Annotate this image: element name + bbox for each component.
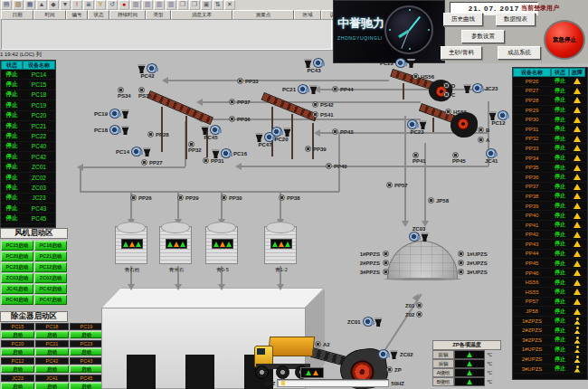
equipment-PC42[interactable]: PC42 [138, 63, 157, 79]
device-row[interactable]: 停止PC21 [1, 121, 55, 131]
equipment-PC45[interactable]: PC45 [201, 125, 221, 140]
equipment-PC12[interactable]: PC12 [488, 110, 508, 126]
filter-first-icon[interactable]: ▲ [36, 0, 47, 10]
dust-start-button[interactable]: 启动 [1, 383, 34, 389]
device-row[interactable]: JP58停止 [513, 307, 587, 317]
device-row[interactable]: PP46停止 [513, 269, 587, 279]
fan-start-button[interactable]: PC40启动 [1, 295, 33, 305]
equipment-ZC02[interactable]: ZC02 [378, 349, 413, 359]
emergency-stop-button[interactable]: 紧急停止 [544, 20, 585, 60]
device-row[interactable]: 停止PC19 [1, 100, 55, 110]
device-row[interactable]: PP40停止 [513, 211, 587, 221]
dust-start-button[interactable]: 启动 [1, 331, 34, 338]
device-row[interactable]: PP38停止 [513, 192, 587, 202]
alarm-point-icon[interactable]: ● [119, 0, 129, 10]
report-2-icon[interactable]: ▥ [142, 0, 153, 10]
equipment-JC23[interactable]: JC23 [463, 83, 498, 93]
device-row[interactable]: 3#UPZS停止 [513, 365, 587, 375]
device-row[interactable]: PP27停止 [513, 87, 587, 97]
device-row[interactable]: PP28停止 [513, 96, 587, 106]
dust-start-button[interactable]: 启动 [35, 383, 69, 389]
filter-funnel-icon[interactable]: Y [95, 0, 106, 10]
fan-start-button[interactable]: PC23启动 [1, 262, 33, 272]
device-row[interactable]: PP45停止 [513, 259, 587, 269]
sort-icon[interactable]: ⇅ [213, 0, 223, 10]
device-row[interactable]: PP42停止 [513, 231, 587, 241]
device-row[interactable]: 停止ZC01 [1, 163, 55, 173]
refresh-icon[interactable]: ↺ [107, 0, 118, 10]
device-row[interactable]: 停止PC42 [1, 152, 55, 162]
parameter-settings-button[interactable]: 参数设置 [461, 30, 505, 43]
device-row[interactable]: PP57停止 [513, 298, 587, 308]
fan-start-button[interactable]: ZC03启动 [1, 273, 33, 283]
device-row[interactable]: PP26停止 [513, 77, 587, 87]
dust-start-button[interactable]: 启动 [70, 365, 103, 373]
device-row[interactable]: 停止PC40 [1, 142, 55, 152]
frequency-slider[interactable]: 0HZ 50HZ [265, 379, 404, 387]
data-report-button[interactable]: 数据报表 [496, 13, 536, 26]
device-row[interactable]: PP35停止 [513, 163, 587, 173]
equipment-PC14[interactable]: PC14 [116, 147, 151, 157]
device-row[interactable]: PP37停止 [513, 183, 587, 193]
silo[interactable]: 青石粉 [115, 226, 147, 264]
silo[interactable]: 青0-5 [205, 226, 238, 264]
freq-bar[interactable] [277, 379, 389, 387]
column-header-device-name[interactable]: 设备名称 [513, 68, 551, 77]
device-row[interactable]: HS55停止 [513, 288, 587, 298]
fan-start-button[interactable]: PC15启动 [1, 241, 33, 251]
save-icon[interactable]: ▦ [24, 0, 35, 10]
open-archive-icon[interactable]: ▨ [13, 0, 24, 10]
fan-start-button[interactable]: PC42启动 [34, 284, 67, 294]
device-row[interactable]: 2#UPZS停止 [513, 355, 587, 365]
dust-start-button[interactable]: 启动 [70, 348, 103, 356]
device-row[interactable]: PP33停止 [513, 144, 587, 154]
equipment-JC41[interactable]: JC41 [485, 148, 498, 164]
equipment-PC21[interactable]: PC21 [282, 84, 318, 94]
equipment-PC23[interactable]: PC23 [407, 119, 427, 135]
device-row[interactable]: PP32停止 [513, 135, 587, 145]
column-header-device-name[interactable]: 设备名称 [23, 61, 55, 70]
edit-icon[interactable]: ! [71, 0, 82, 10]
equipment-PC16[interactable]: PC16 [212, 148, 247, 158]
device-row[interactable]: PP39停止 [513, 202, 587, 212]
device-row[interactable]: 停止PC20 [1, 111, 55, 121]
device-row[interactable]: PP31停止 [513, 125, 587, 135]
fan-start-button[interactable]: PC20启动 [1, 251, 33, 261]
device-row[interactable]: 停止PC22 [1, 131, 55, 141]
device-row[interactable]: 停止ZC02 [1, 173, 55, 183]
device-row[interactable]: 2#ZPZS停止 [513, 326, 587, 336]
filter-mid-icon[interactable]: ◆ [48, 0, 59, 10]
report-4-icon[interactable]: ▥ [166, 0, 176, 10]
copy-icon[interactable]: ❒ [189, 0, 200, 10]
column-header-status[interactable]: 状态 [551, 68, 569, 77]
lock-icon[interactable]: ▣ [201, 0, 212, 10]
dome-storage[interactable] [387, 241, 458, 280]
conveyor-belt[interactable] [261, 92, 318, 121]
device-row[interactable]: PP43停止 [513, 240, 587, 250]
silo[interactable]: 青1-2 [264, 226, 297, 264]
filter-last-icon[interactable]: ▼ [60, 0, 71, 10]
equipment-PC22[interactable]: PC22 [380, 58, 415, 68]
product-system-button[interactable]: 成品系统 [498, 46, 541, 60]
dust-start-button[interactable]: 启动 [35, 365, 69, 373]
dust-start-button[interactable]: 启动 [1, 348, 34, 356]
close-icon[interactable]: ✕ [224, 0, 235, 10]
device-row[interactable]: PP29停止 [513, 106, 587, 116]
equipment-PC43[interactable]: PC43 [304, 58, 324, 73]
column-header-status[interactable]: 状态 [1, 61, 23, 70]
device-row[interactable]: HS56停止 [513, 278, 587, 288]
equipment-PC18[interactable]: PC18 [94, 125, 129, 135]
device-row[interactable]: 停止PC14 [1, 70, 55, 80]
device-row[interactable]: 停止PC15 [1, 80, 55, 90]
dust-start-button[interactable]: 启动 [70, 383, 103, 389]
equipment-PC19[interactable]: PC19 [94, 109, 129, 119]
history-curve-button[interactable]: 历史曲线 [443, 13, 483, 26]
equipment-PC20[interactable]: PC20 [271, 127, 291, 142]
freq-tick[interactable] [281, 381, 285, 385]
device-row[interactable]: 停止PC45 [1, 213, 55, 223]
fan-start-button[interactable]: JC41启动 [1, 284, 33, 294]
device-row[interactable]: 停止ZC03 [1, 183, 55, 193]
fan-start-button[interactable]: PC47启动 [34, 295, 67, 305]
dust-start-button[interactable]: 启动 [1, 365, 34, 373]
fan-start-button[interactable]: PC12启动 [34, 262, 67, 272]
